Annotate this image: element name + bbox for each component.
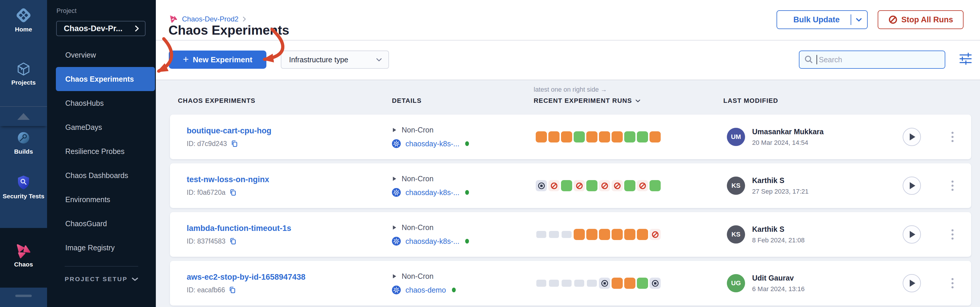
- run-status-tile-success[interactable]: [637, 131, 648, 142]
- rail-item-label: Security Tests: [0, 193, 47, 200]
- table-row: lambda-function-timeout-1sID: 837f4583No…: [170, 212, 971, 257]
- project-selector[interactable]: Chaos-Dev-Pr...: [56, 21, 146, 36]
- experiment-details-cell: Non-Cronchaos-demo: [392, 261, 456, 305]
- filter-button[interactable]: [958, 52, 973, 66]
- run-status-tile-success[interactable]: [637, 278, 648, 289]
- runs-hint: latest one on right side →: [534, 86, 607, 93]
- run-status-tile-error[interactable]: [599, 180, 610, 191]
- infrastructure-type-select[interactable]: Infrastructure type: [281, 51, 389, 69]
- run-status-tile-success[interactable]: [561, 180, 572, 191]
- new-experiment-button[interactable]: + New Experiment: [169, 51, 266, 69]
- run-status-tile-success[interactable]: [574, 131, 585, 142]
- stop-all-runs-button[interactable]: Stop All Runs: [878, 10, 964, 29]
- row-menu-button[interactable]: [950, 277, 955, 290]
- run-status-tile-success[interactable]: [624, 180, 635, 191]
- breadcrumb-project-link[interactable]: Chaos-Dev-Prod2: [182, 15, 239, 23]
- run-status-tile-warning[interactable]: [624, 229, 635, 240]
- sidebar-item-gamedays[interactable]: GameDays: [47, 115, 156, 139]
- rail-item-home[interactable]: Home: [0, 6, 47, 33]
- breadcrumb: Chaos-Dev-Prod2: [169, 15, 246, 24]
- infrastructure-link[interactable]: chaos-demo: [406, 286, 446, 294]
- run-status-tile-success[interactable]: [624, 131, 635, 142]
- sidebar-item-chaoshubs[interactable]: ChaosHubs: [47, 91, 156, 115]
- run-status-tile-warning[interactable]: [612, 229, 623, 240]
- run-status-tile-warning[interactable]: [574, 229, 585, 240]
- bulk-update-button[interactable]: Bulk Update: [776, 10, 868, 29]
- run-status-tile-warning[interactable]: [599, 131, 610, 142]
- run-status-tile-stopped[interactable]: [599, 278, 610, 289]
- experiment-name-link[interactable]: lambda-function-timeout-1s: [187, 224, 291, 233]
- rail-item-label: Chaos: [0, 261, 47, 268]
- play-icon: [910, 182, 915, 189]
- run-status-tile-error[interactable]: [612, 180, 623, 191]
- sidebar-item-chaos-experiments[interactable]: Chaos Experiments: [56, 67, 155, 91]
- copy-icon[interactable]: [229, 286, 236, 294]
- experiment-name-link[interactable]: boutique-cart-cpu-hog: [187, 126, 271, 135]
- run-experiment-button[interactable]: [903, 274, 921, 292]
- copy-icon[interactable]: [229, 188, 237, 196]
- row-menu-button[interactable]: [950, 130, 955, 144]
- copy-icon[interactable]: [229, 237, 237, 245]
- run-status-tile-error[interactable]: [649, 229, 661, 240]
- run-status-tile-warning[interactable]: [624, 278, 635, 289]
- rail-item-chaos[interactable]: Chaos: [0, 243, 47, 268]
- run-status-tile-empty: [574, 280, 584, 287]
- column-header-runs-sort[interactable]: RECENT EXPERIMENT RUNS: [534, 97, 640, 104]
- infrastructure-link[interactable]: chaosday-k8s-...: [406, 188, 459, 197]
- row-menu-button[interactable]: [950, 179, 955, 193]
- run-status-tile-error[interactable]: [637, 180, 648, 191]
- infrastructure-link[interactable]: chaosday-k8s-...: [406, 139, 459, 148]
- run-status-tile-warning[interactable]: [612, 278, 623, 289]
- project-setup-toggle[interactable]: PROJECT SETUP: [65, 275, 138, 283]
- column-header-details: DETAILS: [392, 97, 422, 104]
- run-status-tile-warning[interactable]: [599, 229, 610, 240]
- rail-item-projects[interactable]: Projects: [0, 60, 47, 86]
- sidebar-item-chaos-dashboards[interactable]: Chaos Dashboards: [47, 163, 156, 187]
- experiments-table: boutique-cart-cpu-hogID: d7c9d243Non-Cro…: [170, 115, 971, 307]
- sidebar-item-environments[interactable]: Environments: [47, 187, 156, 212]
- run-status-tile-warning[interactable]: [536, 131, 547, 142]
- experiment-name-cell: test-nw-loss-on-nginxID: f0a6720a: [187, 163, 269, 208]
- rail-collapse-button[interactable]: [0, 107, 47, 126]
- run-status-tile-error[interactable]: [574, 180, 585, 191]
- rail-item-builds[interactable]: Builds: [0, 129, 47, 155]
- chevron-down-icon[interactable]: [856, 18, 862, 22]
- run-status-tile-warning[interactable]: [561, 131, 572, 142]
- search-input[interactable]: [799, 51, 945, 69]
- run-status-tile-stopped[interactable]: [649, 278, 661, 289]
- run-status-tile-warning[interactable]: [548, 131, 560, 142]
- row-menu-button[interactable]: [950, 228, 955, 242]
- sidebar-item-image-registry[interactable]: Image Registry: [47, 236, 156, 260]
- run-experiment-button[interactable]: [903, 177, 921, 195]
- play-icon: [392, 127, 397, 133]
- infrastructure-link[interactable]: chaosday-k8s-...: [406, 237, 459, 245]
- play-icon: [392, 225, 397, 230]
- run-status-tile-warning[interactable]: [586, 229, 597, 240]
- table-row: aws-ec2-stop-by-id-1658947438ID: eacafb6…: [170, 261, 971, 305]
- run-status-tile-success[interactable]: [586, 180, 597, 191]
- experiment-name-link[interactable]: aws-ec2-stop-by-id-1658947438: [187, 273, 305, 282]
- sidebar-item-chaosguard[interactable]: ChaosGuard: [47, 212, 156, 236]
- user-name: Umasankar Mukkara: [752, 128, 824, 136]
- run-status-tile-warning[interactable]: [637, 229, 648, 240]
- prohibited-icon: [639, 182, 647, 190]
- run-status-tile-stopped[interactable]: [536, 180, 547, 191]
- run-status-tile-warning[interactable]: [612, 131, 623, 142]
- experiment-name-link[interactable]: test-nw-loss-on-nginx: [187, 175, 269, 184]
- infrastructure-type-value: Infrastructure type: [289, 55, 348, 64]
- rail-item-security-tests[interactable]: Security Tests: [0, 173, 47, 200]
- schedule-type: Non-Cron: [402, 272, 433, 280]
- sidebar-item-resilience-probes[interactable]: Resilience Probes: [47, 139, 156, 163]
- run-status-tile-warning[interactable]: [586, 131, 597, 142]
- run-status-tile-warning[interactable]: [649, 131, 661, 142]
- module-overflow-handle[interactable]: [15, 295, 32, 297]
- run-status-tile-error[interactable]: [548, 180, 560, 191]
- run-experiment-button[interactable]: [903, 225, 921, 244]
- rail-item-label: Home: [0, 26, 47, 33]
- run-experiment-button[interactable]: [903, 128, 921, 146]
- run-status-tile-empty: [562, 280, 571, 287]
- copy-icon[interactable]: [231, 140, 239, 148]
- run-status-tile-success[interactable]: [649, 180, 661, 191]
- sidebar-item-overview[interactable]: Overview: [47, 43, 156, 67]
- experiment-name-cell: boutique-cart-cpu-hogID: d7c9d243: [187, 115, 271, 159]
